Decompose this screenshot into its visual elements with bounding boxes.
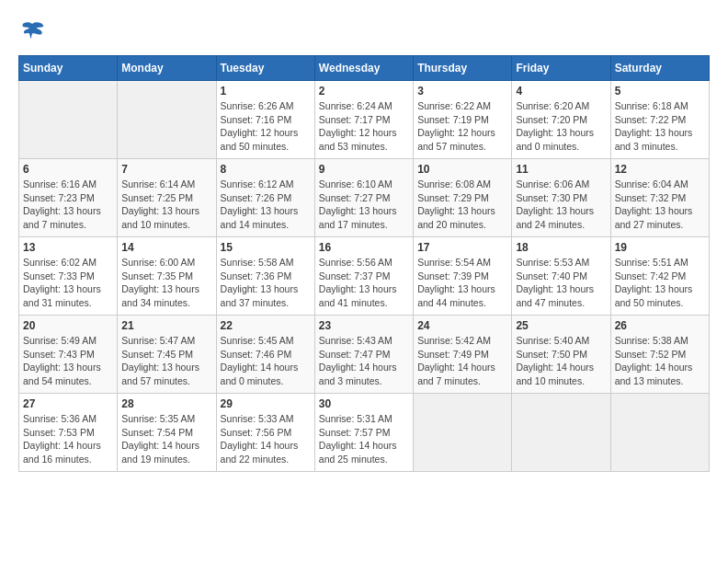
calendar-cell: 18Sunrise: 5:53 AM Sunset: 7:40 PM Dayli… <box>512 237 610 316</box>
day-number: 15 <box>221 241 311 254</box>
day-number: 8 <box>221 163 311 176</box>
day-number: 12 <box>615 163 705 176</box>
day-number: 27 <box>23 397 113 410</box>
day-info: Sunrise: 6:14 AM Sunset: 7:25 PM Dayligh… <box>121 178 211 232</box>
calendar-cell: 10Sunrise: 6:08 AM Sunset: 7:29 PM Dayli… <box>414 159 512 237</box>
calendar-cell: 25Sunrise: 5:40 AM Sunset: 7:50 PM Dayli… <box>512 316 610 394</box>
day-number: 6 <box>23 163 113 176</box>
day-number: 13 <box>23 241 113 254</box>
weekday-header-monday: Monday <box>118 56 216 81</box>
calendar-cell <box>19 81 118 159</box>
calendar-cell: 23Sunrise: 5:43 AM Sunset: 7:47 PM Dayli… <box>314 316 413 394</box>
day-info: Sunrise: 6:06 AM Sunset: 7:30 PM Dayligh… <box>516 178 606 232</box>
day-info: Sunrise: 5:51 AM Sunset: 7:42 PM Dayligh… <box>615 256 705 310</box>
day-number: 28 <box>121 397 211 410</box>
day-number: 4 <box>516 85 606 98</box>
calendar-cell: 15Sunrise: 5:58 AM Sunset: 7:36 PM Dayli… <box>216 237 314 316</box>
calendar-cell: 26Sunrise: 5:38 AM Sunset: 7:52 PM Dayli… <box>610 316 709 394</box>
calendar-cell: 17Sunrise: 5:54 AM Sunset: 7:39 PM Dayli… <box>414 237 512 316</box>
day-number: 7 <box>121 163 211 176</box>
day-number: 3 <box>417 85 507 98</box>
day-number: 26 <box>615 319 705 332</box>
calendar-cell <box>414 394 512 472</box>
day-info: Sunrise: 6:26 AM Sunset: 7:16 PM Dayligh… <box>221 99 311 154</box>
calendar-cell: 21Sunrise: 5:47 AM Sunset: 7:45 PM Dayli… <box>118 316 216 394</box>
day-info: Sunrise: 5:45 AM Sunset: 7:46 PM Dayligh… <box>221 334 311 388</box>
day-info: Sunrise: 5:56 AM Sunset: 7:37 PM Dayligh… <box>319 256 409 310</box>
day-number: 1 <box>221 85 311 98</box>
day-info: Sunrise: 6:16 AM Sunset: 7:23 PM Dayligh… <box>23 178 113 232</box>
weekday-header-wednesday: Wednesday <box>314 56 413 81</box>
calendar-cell: 19Sunrise: 5:51 AM Sunset: 7:42 PM Dayli… <box>610 237 709 316</box>
calendar-cell: 3Sunrise: 6:22 AM Sunset: 7:19 PM Daylig… <box>414 81 512 159</box>
day-info: Sunrise: 6:22 AM Sunset: 7:19 PM Dayligh… <box>417 99 507 154</box>
calendar-cell: 11Sunrise: 6:06 AM Sunset: 7:30 PM Dayli… <box>512 159 610 237</box>
weekday-header-tuesday: Tuesday <box>216 56 314 81</box>
calendar-cell: 6Sunrise: 6:16 AM Sunset: 7:23 PM Daylig… <box>19 159 118 237</box>
day-number: 30 <box>319 397 409 410</box>
day-number: 5 <box>615 85 705 98</box>
day-number: 19 <box>615 241 705 254</box>
calendar-body: 1Sunrise: 6:26 AM Sunset: 7:16 PM Daylig… <box>19 81 710 472</box>
logo-bird-icon <box>18 18 46 46</box>
weekday-header-sunday: Sunday <box>19 56 118 81</box>
day-info: Sunrise: 5:49 AM Sunset: 7:43 PM Dayligh… <box>23 334 113 388</box>
calendar-cell: 12Sunrise: 6:04 AM Sunset: 7:32 PM Dayli… <box>610 159 709 237</box>
calendar-cell: 24Sunrise: 5:42 AM Sunset: 7:49 PM Dayli… <box>414 316 512 394</box>
day-number: 16 <box>319 241 409 254</box>
day-info: Sunrise: 5:54 AM Sunset: 7:39 PM Dayligh… <box>417 256 507 310</box>
day-number: 21 <box>121 319 211 332</box>
weekday-header-saturday: Saturday <box>610 56 709 81</box>
calendar-cell <box>610 394 709 472</box>
day-number: 22 <box>221 319 311 332</box>
day-info: Sunrise: 5:47 AM Sunset: 7:45 PM Dayligh… <box>121 334 211 388</box>
calendar-cell: 16Sunrise: 5:56 AM Sunset: 7:37 PM Dayli… <box>314 237 413 316</box>
day-info: Sunrise: 6:18 AM Sunset: 7:22 PM Dayligh… <box>615 99 705 154</box>
day-info: Sunrise: 5:40 AM Sunset: 7:50 PM Dayligh… <box>516 334 606 388</box>
calendar-cell: 27Sunrise: 5:36 AM Sunset: 7:53 PM Dayli… <box>19 394 118 472</box>
day-number: 20 <box>23 319 113 332</box>
day-info: Sunrise: 5:58 AM Sunset: 7:36 PM Dayligh… <box>221 256 311 310</box>
calendar-cell: 7Sunrise: 6:14 AM Sunset: 7:25 PM Daylig… <box>118 159 216 237</box>
calendar-cell: 2Sunrise: 6:24 AM Sunset: 7:17 PM Daylig… <box>314 81 413 159</box>
day-info: Sunrise: 5:42 AM Sunset: 7:49 PM Dayligh… <box>417 334 507 388</box>
day-info: Sunrise: 6:24 AM Sunset: 7:17 PM Dayligh… <box>319 99 409 154</box>
calendar-cell: 9Sunrise: 6:10 AM Sunset: 7:27 PM Daylig… <box>314 159 413 237</box>
day-info: Sunrise: 6:04 AM Sunset: 7:32 PM Dayligh… <box>615 178 705 232</box>
day-info: Sunrise: 5:33 AM Sunset: 7:56 PM Dayligh… <box>221 412 311 466</box>
day-info: Sunrise: 5:31 AM Sunset: 7:57 PM Dayligh… <box>319 412 409 466</box>
day-info: Sunrise: 5:35 AM Sunset: 7:54 PM Dayligh… <box>121 412 211 466</box>
calendar-cell: 8Sunrise: 6:12 AM Sunset: 7:26 PM Daylig… <box>216 159 314 237</box>
calendar-cell: 13Sunrise: 6:02 AM Sunset: 7:33 PM Dayli… <box>19 237 118 316</box>
calendar-week-row: 1Sunrise: 6:26 AM Sunset: 7:16 PM Daylig… <box>19 81 710 159</box>
calendar-cell: 14Sunrise: 6:00 AM Sunset: 7:35 PM Dayli… <box>118 237 216 316</box>
calendar-cell: 5Sunrise: 6:18 AM Sunset: 7:22 PM Daylig… <box>610 81 709 159</box>
day-info: Sunrise: 5:36 AM Sunset: 7:53 PM Dayligh… <box>23 412 113 466</box>
day-info: Sunrise: 5:38 AM Sunset: 7:52 PM Dayligh… <box>615 334 705 388</box>
calendar-week-row: 20Sunrise: 5:49 AM Sunset: 7:43 PM Dayli… <box>19 316 710 394</box>
day-number: 10 <box>417 163 507 176</box>
day-info: Sunrise: 6:20 AM Sunset: 7:20 PM Dayligh… <box>516 99 606 154</box>
calendar-cell <box>118 81 216 159</box>
day-number: 29 <box>221 397 311 410</box>
weekday-header-thursday: Thursday <box>414 56 512 81</box>
calendar-cell: 1Sunrise: 6:26 AM Sunset: 7:16 PM Daylig… <box>216 81 314 159</box>
logo <box>18 18 51 46</box>
day-info: Sunrise: 6:02 AM Sunset: 7:33 PM Dayligh… <box>23 256 113 310</box>
calendar-header: SundayMondayTuesdayWednesdayThursdayFrid… <box>19 56 710 81</box>
weekday-header-row: SundayMondayTuesdayWednesdayThursdayFrid… <box>19 56 710 81</box>
day-number: 2 <box>319 85 409 98</box>
day-number: 11 <box>516 163 606 176</box>
calendar-cell: 29Sunrise: 5:33 AM Sunset: 7:56 PM Dayli… <box>216 394 314 472</box>
calendar-cell: 28Sunrise: 5:35 AM Sunset: 7:54 PM Dayli… <box>118 394 216 472</box>
calendar-table: SundayMondayTuesdayWednesdayThursdayFrid… <box>18 55 710 472</box>
calendar-week-row: 13Sunrise: 6:02 AM Sunset: 7:33 PM Dayli… <box>19 237 710 316</box>
day-number: 25 <box>516 319 606 332</box>
day-info: Sunrise: 5:53 AM Sunset: 7:40 PM Dayligh… <box>516 256 606 310</box>
day-number: 23 <box>319 319 409 332</box>
day-info: Sunrise: 6:12 AM Sunset: 7:26 PM Dayligh… <box>221 178 311 232</box>
day-info: Sunrise: 6:00 AM Sunset: 7:35 PM Dayligh… <box>121 256 211 310</box>
day-info: Sunrise: 6:08 AM Sunset: 7:29 PM Dayligh… <box>417 178 507 232</box>
calendar-cell <box>512 394 610 472</box>
day-number: 24 <box>417 319 507 332</box>
